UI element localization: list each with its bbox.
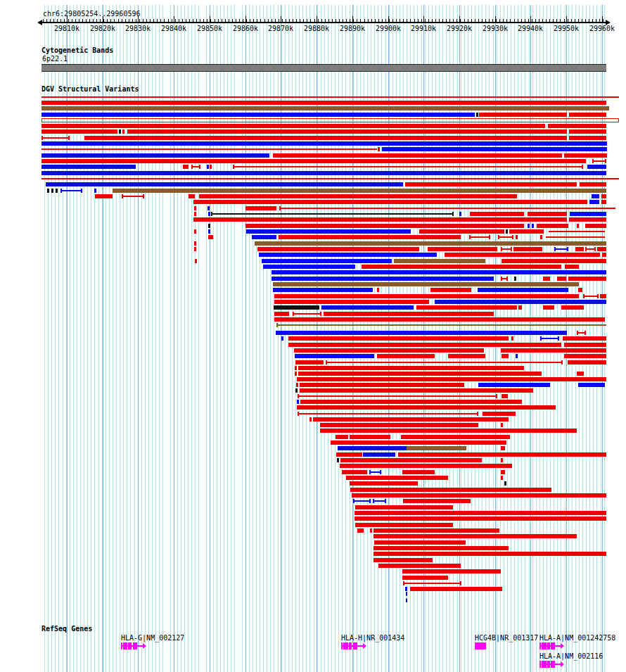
- variant-bar[interactable]: [580, 182, 606, 186]
- variant-bar[interactable]: [597, 247, 606, 251]
- variant-bar[interactable]: [601, 194, 606, 198]
- variant-range-line[interactable]: [592, 160, 606, 162]
- variant-bar[interactable]: [502, 394, 508, 398]
- variant-bar[interactable]: [320, 423, 478, 427]
- variant-range-line[interactable]: [60, 190, 82, 191]
- variant-bar[interactable]: [41, 113, 475, 117]
- variant-range-line[interactable]: [469, 236, 490, 238]
- variant-bar[interactable]: [569, 113, 606, 117]
- gene-label[interactable]: HLA-H|NR_001434: [341, 635, 404, 642]
- variant-bar[interactable]: [350, 488, 551, 492]
- variant-bar[interactable]: [564, 153, 607, 158]
- variant-bar[interactable]: [309, 417, 312, 421]
- variant-bar[interactable]: [600, 294, 606, 298]
- variant-bar[interactable]: [564, 354, 606, 358]
- variant-bar[interactable]: [259, 253, 437, 257]
- variant-bar[interactable]: [513, 247, 542, 251]
- variant-range-line[interactable]: [279, 208, 615, 209]
- variant-bar[interactable]: [47, 189, 49, 193]
- variant-bar[interactable]: [501, 470, 505, 474]
- gene-label[interactable]: HLA-G|NM_002127: [121, 635, 184, 642]
- variant-bar[interactable]: [84, 136, 567, 140]
- variant-bar[interactable]: [402, 569, 501, 573]
- variant-bar[interactable]: [245, 206, 276, 210]
- variant-bar[interactable]: [122, 129, 124, 134]
- gene-label[interactable]: HLA-A|NM_001242758: [539, 635, 615, 642]
- variant-bar[interactable]: [255, 241, 606, 246]
- variant-bar[interactable]: [398, 452, 606, 457]
- variant-range-line[interactable]: [403, 583, 461, 584]
- variant-range-line[interactable]: [326, 362, 563, 363]
- variant-bar[interactable]: [245, 224, 524, 228]
- variant-bar[interactable]: [199, 194, 517, 198]
- variant-bar[interactable]: [274, 317, 605, 322]
- variant-bar[interactable]: [532, 224, 534, 228]
- variant-bar[interactable]: [370, 528, 372, 533]
- variant-bar[interactable]: [41, 101, 606, 105]
- variant-bar[interactable]: [543, 277, 550, 281]
- variant-bar[interactable]: [501, 476, 503, 480]
- variant-bar[interactable]: [459, 212, 461, 216]
- variant-bar[interactable]: [274, 312, 289, 316]
- variant-range-line[interactable]: [276, 324, 606, 326]
- variant-bar[interactable]: [297, 377, 606, 381]
- variant-bar[interactable]: [602, 253, 606, 257]
- variant-bar[interactable]: [46, 182, 403, 186]
- variant-bar[interactable]: [569, 217, 606, 222]
- variant-bar[interactable]: [543, 305, 554, 310]
- gene-glyph[interactable]: [539, 642, 555, 649]
- variant-bar[interactable]: [321, 305, 414, 310]
- variant-bar[interactable]: [208, 235, 213, 239]
- variant-bar[interactable]: [274, 300, 429, 304]
- variant-bar[interactable]: [355, 505, 453, 509]
- variant-bar[interactable]: [373, 528, 499, 533]
- variant-bar[interactable]: [378, 564, 461, 568]
- variant-bar[interactable]: [41, 171, 606, 175]
- variant-bar[interactable]: [587, 165, 606, 169]
- variant-bar[interactable]: [95, 194, 113, 198]
- variant-bar[interactable]: [288, 336, 509, 341]
- variant-range-line[interactable]: [540, 338, 559, 339]
- variant-bar[interactable]: [504, 481, 506, 486]
- variant-bar[interactable]: [516, 235, 518, 239]
- variant-range-line[interactable]: [122, 196, 144, 197]
- variant-bar[interactable]: [518, 305, 522, 310]
- variant-bar[interactable]: [373, 558, 433, 562]
- variant-line[interactable]: [41, 178, 619, 179]
- cytoband-bar[interactable]: [41, 64, 606, 72]
- variant-line[interactable]: [41, 96, 619, 98]
- variant-bar[interactable]: [295, 372, 297, 376]
- variant-range-line[interactable]: [293, 313, 321, 315]
- variant-bar[interactable]: [273, 153, 562, 158]
- variant-bar[interactable]: [373, 534, 577, 538]
- variant-bar[interactable]: [407, 446, 466, 450]
- variant-bar[interactable]: [363, 452, 395, 457]
- variant-bar[interactable]: [273, 288, 373, 292]
- variant-line[interactable]: [549, 231, 605, 232]
- gene-glyph[interactable]: [475, 642, 486, 649]
- variant-range-line[interactable]: [583, 296, 599, 297]
- variant-bar[interactable]: [502, 354, 509, 358]
- gene-glyph[interactable]: [341, 642, 357, 649]
- variant-bar[interactable]: [514, 277, 516, 281]
- variant-bar[interactable]: [297, 405, 556, 410]
- variant-bar[interactable]: [295, 388, 298, 393]
- variant-bar[interactable]: [56, 189, 58, 193]
- variant-bar[interactable]: [557, 277, 566, 281]
- variant-bar[interactable]: [297, 400, 299, 404]
- variant-bar[interactable]: [416, 305, 517, 310]
- variant-bar[interactable]: [276, 331, 567, 335]
- variant-bar[interactable]: [516, 354, 518, 358]
- variant-bar[interactable]: [41, 129, 117, 134]
- variant-bar[interactable]: [295, 366, 297, 370]
- variant-bar[interactable]: [445, 253, 600, 257]
- variant-bar[interactable]: [568, 277, 606, 281]
- variant-bar[interactable]: [354, 516, 606, 521]
- variant-bar[interactable]: [382, 147, 607, 151]
- variant-bar[interactable]: [324, 312, 494, 316]
- variant-bar[interactable]: [273, 282, 579, 286]
- gene-label[interactable]: HLA-A|NM_002116: [539, 653, 603, 660]
- variant-bar[interactable]: [410, 587, 502, 591]
- variant-bar[interactable]: [373, 546, 509, 550]
- variant-bar[interactable]: [336, 435, 348, 439]
